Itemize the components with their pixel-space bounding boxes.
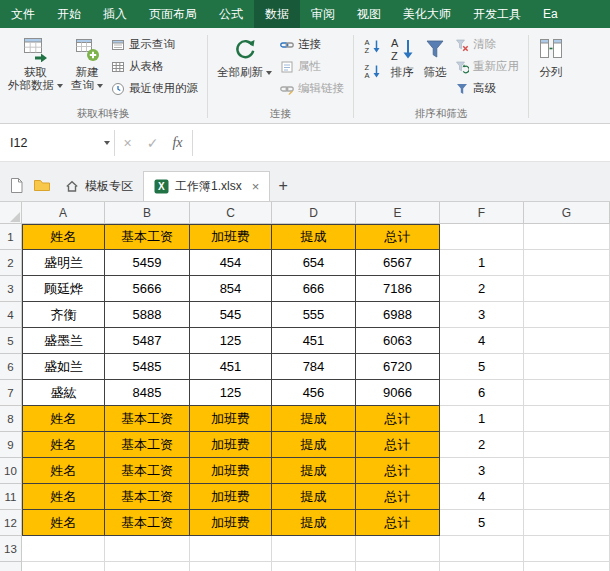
cell-G4[interactable] <box>524 302 610 328</box>
insert-function-button[interactable]: fx <box>165 130 190 156</box>
cell-C6[interactable]: 451 <box>190 354 272 380</box>
cell-D9[interactable]: 提成 <box>272 432 356 458</box>
column-header-A[interactable]: A <box>22 202 105 224</box>
cell-C11[interactable]: 加班费 <box>190 484 272 510</box>
new-query-button[interactable]: 新建 查询 <box>67 32 107 94</box>
cell-E7[interactable]: 9066 <box>356 380 440 406</box>
cell-D13[interactable] <box>272 536 356 562</box>
formula-input[interactable] <box>192 130 610 156</box>
text-to-columns-button[interactable]: 分列 <box>534 32 568 81</box>
cell-E13[interactable] <box>356 536 440 562</box>
cell-B10[interactable]: 基本工资 <box>105 458 190 484</box>
get-external-data-button[interactable]: 获取 外部数据 <box>4 32 67 94</box>
cell-C2[interactable]: 454 <box>190 250 272 276</box>
cell-D5[interactable]: 451 <box>272 328 356 354</box>
cell-D10[interactable]: 提成 <box>272 458 356 484</box>
refresh-all-button[interactable]: 全部刷新 <box>213 32 276 81</box>
cell-C4[interactable]: 545 <box>190 302 272 328</box>
cell-G5[interactable] <box>524 328 610 354</box>
row-header-1[interactable]: 1 <box>0 224 22 250</box>
cell-G8[interactable] <box>524 406 610 432</box>
cell-E11[interactable]: 总计 <box>356 484 440 510</box>
row-header-4[interactable]: 4 <box>0 302 22 328</box>
cell-B12[interactable]: 基本工资 <box>105 510 190 536</box>
cell-G12[interactable] <box>524 510 610 536</box>
cell-F12[interactable]: 5 <box>440 510 524 536</box>
tab-addin-clipped[interactable]: Ea <box>532 0 569 28</box>
cell-G10[interactable] <box>524 458 610 484</box>
cell-G3[interactable] <box>524 276 610 302</box>
cell-C10[interactable]: 加班费 <box>190 458 272 484</box>
row-header-9[interactable]: 9 <box>0 432 22 458</box>
cell-F7[interactable]: 6 <box>440 380 524 406</box>
cell-B11[interactable]: 基本工资 <box>105 484 190 510</box>
tab-formulas[interactable]: 公式 <box>208 0 254 28</box>
tab-insert[interactable]: 插入 <box>92 0 138 28</box>
row-header-10[interactable]: 10 <box>0 458 22 484</box>
cell-E6[interactable]: 6720 <box>356 354 440 380</box>
cell-B2[interactable]: 5459 <box>105 250 190 276</box>
cell-B3[interactable]: 5666 <box>105 276 190 302</box>
from-table-button[interactable]: 从表格 <box>107 56 202 77</box>
row-header-2[interactable]: 2 <box>0 250 22 276</box>
cell-D7[interactable]: 456 <box>272 380 356 406</box>
cell-A8[interactable]: 姓名 <box>22 406 105 432</box>
cell-G1[interactable] <box>524 224 610 250</box>
cell-A7[interactable]: 盛紘 <box>22 380 105 406</box>
cell-G9[interactable] <box>524 432 610 458</box>
name-box-dropdown[interactable] <box>96 141 114 145</box>
row-header-13[interactable]: 13 <box>0 536 22 562</box>
cell-E1[interactable]: 总计 <box>356 224 440 250</box>
cell-A9[interactable]: 姓名 <box>22 432 105 458</box>
tab-workbook1[interactable]: X 工作簿1.xlsx × <box>143 171 270 201</box>
edit-links-button[interactable]: 编辑链接 <box>276 78 348 99</box>
row-header-7[interactable]: 7 <box>0 380 22 406</box>
cell-B6[interactable]: 5485 <box>105 354 190 380</box>
cell-D1[interactable]: 提成 <box>272 224 356 250</box>
cell-F11[interactable]: 4 <box>440 484 524 510</box>
cell-B4[interactable]: 5888 <box>105 302 190 328</box>
cell-D8[interactable]: 提成 <box>272 406 356 432</box>
name-box[interactable]: I12 <box>0 136 96 150</box>
clear-filter-button[interactable]: 清除 <box>451 34 523 55</box>
cell-B13[interactable] <box>105 536 190 562</box>
column-header-F[interactable]: F <box>440 202 524 224</box>
row-header-8[interactable]: 8 <box>0 406 22 432</box>
sort-ascending-button[interactable]: A Z <box>360 35 384 57</box>
cell-G2[interactable] <box>524 250 610 276</box>
row-header-6[interactable]: 6 <box>0 354 22 380</box>
cell-E12[interactable]: 总计 <box>356 510 440 536</box>
cell-E2[interactable]: 6567 <box>356 250 440 276</box>
row-header-14[interactable]: 14 <box>0 562 22 571</box>
cell-C13[interactable] <box>190 536 272 562</box>
cell-A5[interactable]: 盛墨兰 <box>22 328 105 354</box>
cancel-button[interactable]: × <box>115 130 140 156</box>
tab-template-zone[interactable]: 模板专区 <box>55 171 143 201</box>
tab-page-layout[interactable]: 页面布局 <box>138 0 208 28</box>
connections-button[interactable]: 连接 <box>276 34 348 55</box>
row-header-12[interactable]: 12 <box>0 510 22 536</box>
cell-G7[interactable] <box>524 380 610 406</box>
cell-A1[interactable]: 姓名 <box>22 224 105 250</box>
tab-file[interactable]: 文件 <box>0 0 46 28</box>
row-header-11[interactable]: 11 <box>0 484 22 510</box>
show-queries-button[interactable]: 显示查询 <box>107 34 202 55</box>
cell-E10[interactable]: 总计 <box>356 458 440 484</box>
cell-B9[interactable]: 基本工资 <box>105 432 190 458</box>
cell-E3[interactable]: 7186 <box>356 276 440 302</box>
tab-review[interactable]: 审阅 <box>300 0 346 28</box>
cell-F10[interactable]: 3 <box>440 458 524 484</box>
tab-view[interactable]: 视图 <box>346 0 392 28</box>
cell-G14[interactable] <box>524 562 610 571</box>
cell-G6[interactable] <box>524 354 610 380</box>
cell-C9[interactable]: 加班费 <box>190 432 272 458</box>
cell-G11[interactable] <box>524 484 610 510</box>
reapply-filter-button[interactable]: 重新应用 <box>451 56 523 77</box>
cell-C12[interactable]: 加班费 <box>190 510 272 536</box>
properties-button[interactable]: 属性 <box>276 56 348 77</box>
cell-E9[interactable]: 总计 <box>356 432 440 458</box>
open-folder-button[interactable] <box>29 169 55 201</box>
cell-D11[interactable]: 提成 <box>272 484 356 510</box>
cell-C8[interactable]: 加班费 <box>190 406 272 432</box>
cell-C14[interactable] <box>190 562 272 571</box>
